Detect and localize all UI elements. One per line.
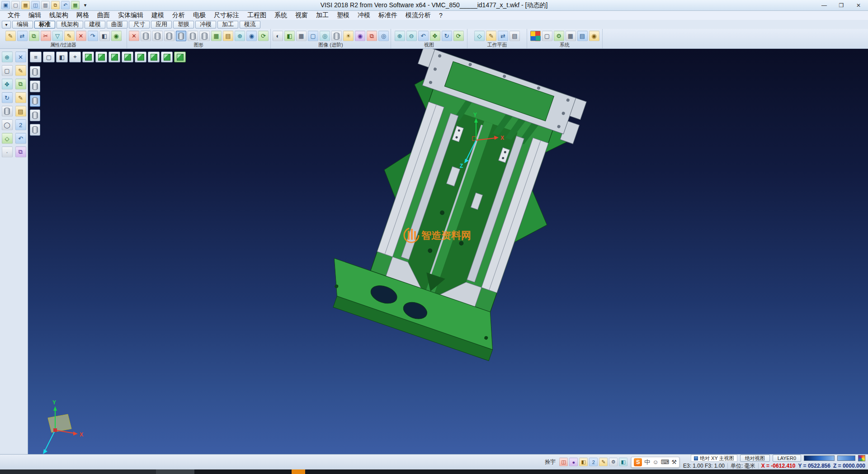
left-view-icon[interactable]: [135, 52, 146, 62]
back-view-icon[interactable]: [148, 52, 160, 62]
new-file-icon[interactable]: [11, 1, 20, 9]
filter-layer-icon-2[interactable]: [30, 81, 40, 92]
print-icon[interactable]: [41, 1, 50, 9]
menu-dimension[interactable]: 尺寸标注: [210, 11, 243, 20]
workplane-icon[interactable]: [474, 31, 485, 41]
workplane-manager-icon[interactable]: [509, 31, 520, 41]
tab-wireframe[interactable]: 线架构: [57, 21, 83, 28]
menu-surface[interactable]: 曲面: [93, 11, 114, 20]
shaded-view-icon[interactable]: [284, 31, 295, 41]
close-button[interactable]: ✕: [850, 1, 867, 10]
undo-icon[interactable]: [61, 1, 70, 9]
edit-geometry-icon[interactable]: [15, 92, 26, 103]
cut-attributes-icon[interactable]: [41, 31, 51, 41]
circle-tool-icon[interactable]: [2, 119, 13, 130]
group-elements-icon[interactable]: [211, 31, 222, 41]
material-layer-icon[interactable]: [331, 31, 342, 41]
copy-icon[interactable]: [51, 1, 60, 9]
dimension-2d-icon[interactable]: [15, 119, 26, 130]
front-view-icon[interactable]: [108, 52, 120, 62]
tab-stamping[interactable]: 冲模: [195, 21, 216, 28]
maximize-button[interactable]: ❐: [833, 1, 849, 10]
layer-cylinder-icon-1[interactable]: [141, 31, 151, 41]
menu-die[interactable]: 冲模: [354, 11, 374, 20]
bottom-view-icon[interactable]: [161, 52, 173, 62]
modify-attributes-icon[interactable]: [5, 31, 16, 41]
transparency-icon[interactable]: [320, 31, 330, 41]
view-cube-icon[interactable]: [619, 458, 627, 466]
menu-drawing[interactable]: 工程图: [243, 11, 270, 20]
preview-glasses-icon[interactable]: [273, 31, 283, 41]
menu-analysis[interactable]: 分析: [168, 11, 189, 20]
color-scale-strip[interactable]: [804, 455, 835, 461]
layer-cylinder-icon-3[interactable]: [164, 31, 175, 41]
system-info-icon[interactable]: [589, 31, 599, 41]
align-workplane-icon[interactable]: [498, 31, 508, 41]
annotate-icon[interactable]: [599, 458, 608, 466]
menu-mesh[interactable]: 网格: [72, 11, 93, 20]
menu-mold[interactable]: 塑模: [333, 11, 354, 20]
taskbar-edge[interactable]: [0, 469, 868, 474]
menu-modeling[interactable]: 建模: [147, 11, 168, 20]
menu-electrode[interactable]: 电极: [189, 11, 210, 20]
palette-icon[interactable]: [858, 455, 865, 461]
filter-layer-icon-3[interactable]: [30, 95, 40, 107]
menu-edit[interactable]: 编辑: [24, 11, 45, 20]
zoom-select-icon[interactable]: [2, 52, 13, 62]
menu-solid-edit[interactable]: 实体编辑: [114, 11, 147, 20]
save-icon[interactable]: [31, 1, 40, 9]
undo-tool-icon[interactable]: [15, 133, 26, 144]
find-element-icon[interactable]: [235, 31, 245, 41]
plane-tool-icon[interactable]: [2, 133, 13, 144]
database-edit-icon[interactable]: [223, 31, 233, 41]
refresh-view-icon[interactable]: [453, 31, 464, 41]
sketch-pencil-icon[interactable]: [15, 65, 26, 76]
filter-icon[interactable]: [52, 31, 63, 41]
layer-button[interactable]: LAYER0: [773, 455, 801, 462]
menu-machining[interactable]: 加工: [312, 11, 333, 20]
grid-icon[interactable]: [71, 1, 80, 9]
section-view-icon[interactable]: [367, 31, 377, 41]
color-table-icon[interactable]: [530, 31, 541, 41]
ime-emoji-icon[interactable]: [652, 459, 658, 465]
top-view-icon[interactable]: [95, 52, 107, 62]
menu-system[interactable]: 系统: [270, 11, 291, 20]
tab-machining[interactable]: 加工: [217, 21, 238, 28]
notes-icon[interactable]: [15, 106, 26, 117]
snap-grid-icon[interactable]: [566, 31, 576, 41]
view-mode-indicator[interactable]: 绝对 XY 主视图: [691, 455, 737, 462]
system-options-icon[interactable]: [554, 31, 564, 41]
tab-modeling[interactable]: 建模: [85, 21, 105, 28]
pan-view-icon[interactable]: [430, 31, 440, 41]
select-window-icon[interactable]: [2, 65, 13, 76]
snap-sphere-icon[interactable]: [569, 458, 578, 466]
delete-element-icon[interactable]: [15, 52, 26, 62]
render-icon[interactable]: [355, 31, 365, 41]
menu-moldflow[interactable]: 模流分析: [401, 11, 435, 20]
regenerate-icon[interactable]: [258, 31, 269, 41]
tab-edit[interactable]: 编辑: [12, 21, 33, 28]
tab-dropdown-icon[interactable]: [2, 21, 11, 28]
selection-mask-icon[interactable]: [99, 31, 110, 41]
monitor-settings-icon[interactable]: [542, 31, 552, 41]
screenshot-icon[interactable]: [378, 31, 389, 41]
white-box-view-icon[interactable]: [43, 52, 55, 62]
3d-model-canvas[interactable]: Y X Z 智造资料网 Y: [28, 49, 868, 454]
sogou-logo-icon[interactable]: S: [634, 458, 642, 466]
active-layer-icon[interactable]: [176, 31, 186, 41]
copy-attributes-icon[interactable]: [29, 31, 39, 41]
zoom-all-icon[interactable]: [395, 31, 405, 41]
filter-layer-icon-5[interactable]: [30, 124, 40, 136]
move-to-layer-icon[interactable]: [188, 31, 198, 41]
menu-wireframe[interactable]: 线架构: [45, 11, 72, 20]
hidden-line-icon[interactable]: [308, 31, 318, 41]
zoom-previous-icon[interactable]: [418, 31, 429, 41]
menu-help[interactable]: ?: [435, 11, 447, 20]
tab-moldflow[interactable]: 模流: [240, 21, 260, 28]
minimize-button[interactable]: —: [816, 1, 832, 10]
select-filter-icon[interactable]: [111, 31, 122, 41]
open-folder-icon[interactable]: [21, 1, 30, 9]
rotate-view-icon[interactable]: [442, 31, 452, 41]
package-icon[interactable]: [579, 458, 588, 466]
tab-application[interactable]: 应用: [151, 21, 172, 28]
